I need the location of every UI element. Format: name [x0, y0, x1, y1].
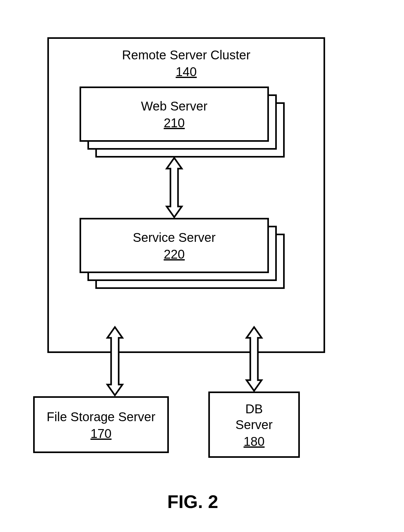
- db-server-ref: 180: [244, 434, 265, 449]
- diagram-canvas: Remote Server Cluster 140 Web Server 210…: [0, 0, 404, 532]
- figure-caption: FIG. 2: [167, 491, 218, 512]
- arrow-service-to-filestorage: [105, 327, 125, 395]
- arrow-web-to-service: [164, 158, 184, 217]
- file-storage-server-box: File Storage Server 170: [33, 396, 169, 453]
- service-server-title: Service Server: [133, 230, 216, 245]
- db-server-box: DB Server 180: [208, 392, 300, 458]
- web-server-title: Web Server: [141, 98, 207, 114]
- file-storage-ref: 170: [91, 427, 112, 441]
- cluster-ref: 140: [49, 65, 324, 79]
- cluster-title: Remote Server Cluster: [49, 47, 324, 63]
- arrow-service-to-db: [244, 327, 264, 391]
- db-server-title-line1: DB: [245, 401, 263, 417]
- service-server-box: Service Server 220: [80, 218, 269, 273]
- svg-marker-1: [107, 327, 122, 395]
- db-server-title-line2: Server: [235, 417, 273, 433]
- svg-marker-2: [247, 327, 262, 391]
- cluster-title-block: Remote Server Cluster 140: [49, 47, 324, 79]
- web-server-box: Web Server 210: [80, 87, 269, 142]
- service-server-ref: 220: [164, 247, 185, 261]
- svg-marker-0: [167, 158, 182, 217]
- web-server-ref: 210: [164, 116, 185, 130]
- file-storage-title: File Storage Server: [47, 409, 156, 425]
- remote-server-cluster-box: Remote Server Cluster 140: [47, 37, 325, 353]
